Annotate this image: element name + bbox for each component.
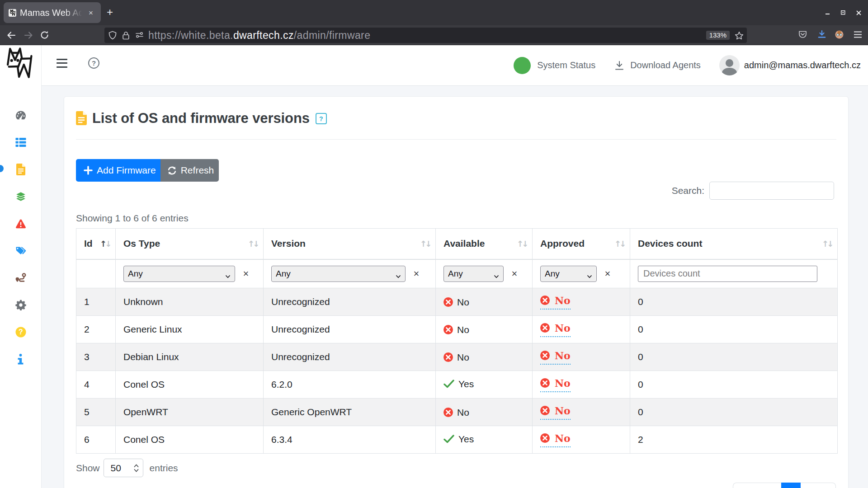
- approved-flag[interactable]: No: [540, 350, 571, 365]
- app-logo[interactable]: [0, 45, 42, 83]
- cell-approved: No: [533, 343, 630, 371]
- page-length-select[interactable]: 50: [104, 459, 143, 477]
- column-header-os-type[interactable]: Os Type↑↓: [116, 229, 264, 259]
- cell-devices-count: 0: [630, 343, 838, 371]
- sort-icon-approved[interactable]: ↑↓: [614, 239, 624, 249]
- download-agents-link[interactable]: Download Agents: [630, 60, 701, 70]
- times-circle-icon: [443, 297, 453, 307]
- window-minimize-button[interactable]: [820, 0, 835, 25]
- sidebar-item-help[interactable]: ?: [15, 327, 26, 338]
- user-avatar[interactable]: [719, 55, 740, 75]
- system-status-link[interactable]: System Status: [537, 60, 595, 70]
- sidebar-item-tags[interactable]: [15, 245, 26, 256]
- account-avatar-icon[interactable]: [835, 30, 844, 41]
- available-filter-select[interactable]: Any: [443, 266, 504, 282]
- permissions-icon[interactable]: [135, 32, 144, 39]
- entries-label: entries: [150, 463, 178, 474]
- bookmark-star-icon[interactable]: [735, 31, 744, 42]
- sidebar-item-info[interactable]: [15, 354, 26, 365]
- approved-filter-select[interactable]: Any: [540, 266, 597, 282]
- column-header-available[interactable]: Available↑↓: [436, 229, 533, 259]
- browser-tab[interactable]: Mamas Web Admin ×: [4, 2, 101, 23]
- os-type-filter-clear[interactable]: ×: [243, 269, 249, 279]
- column-header-devices-count[interactable]: Devices count↑↓: [630, 229, 838, 259]
- firmware-table: Id↑↓ Os Type↑↓ Version↑↓ Available↑↓ App…: [76, 228, 838, 454]
- column-header-version[interactable]: Version↑↓: [264, 229, 436, 259]
- route-icon: [15, 272, 26, 283]
- cell-id: 4: [76, 371, 116, 399]
- version-filter-clear[interactable]: ×: [413, 269, 419, 279]
- column-header-approved[interactable]: Approved↑↓: [533, 229, 630, 259]
- approved-flag[interactable]: No: [540, 405, 571, 420]
- sort-icon-devices-count[interactable]: ↑↓: [822, 239, 832, 249]
- approved-flag[interactable]: No: [540, 295, 571, 310]
- shield-icon[interactable]: [108, 31, 117, 40]
- approved-flag[interactable]: No: [540, 322, 571, 337]
- info-icon: [18, 354, 24, 365]
- check-icon: [443, 435, 454, 443]
- sidebar-item-settings[interactable]: [15, 300, 26, 310]
- lock-icon[interactable]: [123, 31, 129, 40]
- browser-toolbar: https://white.beta.dwarftech.cz/admin/fi…: [0, 25, 868, 45]
- times-circle-icon: [540, 378, 550, 388]
- title-divider: [76, 139, 836, 140]
- devices-count-filter-input[interactable]: [638, 266, 817, 282]
- browser-window: Mamas Web Admin × +: [0, 0, 868, 488]
- url-bar[interactable]: https://white.beta.dwarftech.cz/admin/fi…: [104, 28, 747, 43]
- table-header-row: Id↑↓ Os Type↑↓ Version↑↓ Available↑↓ App…: [76, 229, 838, 259]
- question-circle-icon: ?: [15, 327, 26, 338]
- cell-id: 3: [76, 343, 116, 371]
- window-restore-button[interactable]: [835, 0, 851, 25]
- new-tab-button[interactable]: +: [107, 6, 113, 18]
- pagination-current-page[interactable]: 1: [781, 483, 801, 488]
- sidebar-item-layers[interactable]: [15, 191, 26, 202]
- pagination-previous-button[interactable]: Previous: [733, 483, 781, 488]
- available-filter-clear[interactable]: ×: [511, 269, 517, 279]
- version-filter-select[interactable]: Any: [271, 266, 406, 282]
- column-header-id[interactable]: Id↑↓: [76, 229, 116, 259]
- sort-icon-os-type[interactable]: ↑↓: [248, 239, 258, 249]
- add-firmware-button[interactable]: Add Firmware: [76, 159, 160, 182]
- downloads-icon[interactable]: [817, 30, 826, 41]
- search-input[interactable]: [709, 182, 834, 200]
- sidebar-item-alerts[interactable]: [15, 218, 26, 229]
- approved-flag[interactable]: No: [540, 377, 571, 392]
- pocket-icon[interactable]: [798, 30, 807, 41]
- title-help-icon[interactable]: ?: [316, 113, 327, 124]
- cell-available: Yes: [436, 426, 533, 454]
- window-close-button[interactable]: [851, 0, 866, 25]
- sidebar-item-routes[interactable]: [15, 272, 26, 283]
- back-button[interactable]: [6, 30, 16, 42]
- navbar-help-icon[interactable]: ?: [88, 57, 99, 69]
- tab-close-icon[interactable]: ×: [89, 9, 93, 17]
- reload-button[interactable]: [40, 30, 49, 42]
- times-circle-icon: [540, 406, 550, 415]
- cell-os-type: Debian Linux: [116, 343, 264, 371]
- times-circle-icon: [540, 323, 550, 333]
- menu-icon[interactable]: [854, 31, 862, 40]
- zoom-indicator[interactable]: 133%: [706, 31, 730, 40]
- cell-id: 2: [76, 316, 116, 343]
- table-row-1: 1UnknownUnrecognizedNoNo0: [76, 288, 838, 316]
- user-email[interactable]: admin@mamas.dwarftech.cz: [744, 60, 861, 70]
- sort-icon-available[interactable]: ↑↓: [517, 239, 527, 249]
- cell-available: No: [436, 316, 533, 343]
- approved-filter-clear[interactable]: ×: [604, 269, 610, 279]
- sidebar-item-firmware[interactable]: [15, 164, 26, 175]
- pagination-next-button[interactable]: Next: [801, 483, 836, 488]
- sidebar-item-tables[interactable]: [15, 137, 26, 148]
- os-type-filter-select[interactable]: Any: [123, 266, 235, 282]
- forward-button[interactable]: [24, 30, 33, 42]
- url-text[interactable]: https://white.beta.dwarftech.cz/admin/fi…: [148, 29, 370, 42]
- refresh-button[interactable]: Refresh: [160, 159, 219, 182]
- cell-os-type: OpenWRT: [116, 399, 264, 426]
- table-filter-row: Any × Any × Any ×: [76, 259, 838, 288]
- cell-available: Yes: [436, 371, 533, 399]
- cell-version: 6.3.4: [264, 426, 436, 454]
- sidebar-item-dashboard[interactable]: [15, 110, 26, 121]
- sort-icon-id[interactable]: ↑↓: [100, 239, 110, 249]
- approved-flag[interactable]: No: [540, 432, 571, 447]
- sidebar-toggle-icon[interactable]: [57, 59, 67, 68]
- updown-spinner-icon: [134, 463, 139, 475]
- sort-icon-version[interactable]: ↑↓: [420, 239, 430, 249]
